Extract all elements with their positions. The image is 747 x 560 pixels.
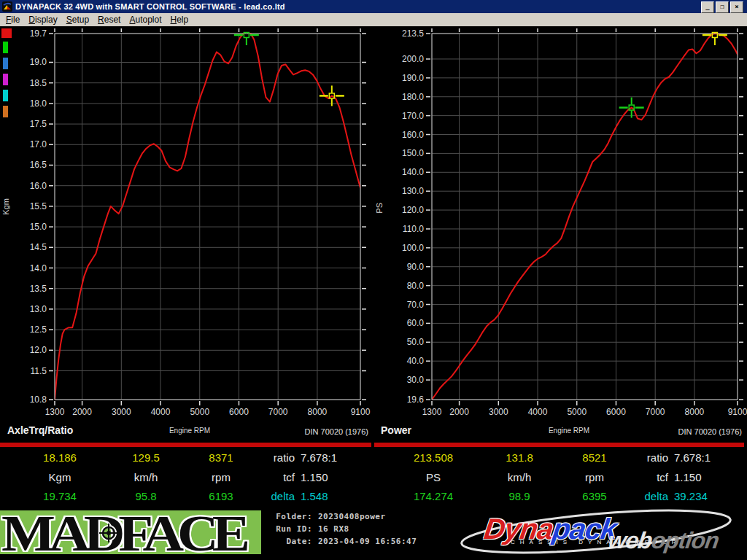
power-standard-note: DIN 70020 (1976) <box>651 427 742 436</box>
y-tick-label: 15.0 <box>30 222 47 232</box>
y-tick-label: 150.0 <box>402 148 424 158</box>
power-chart-title: Power <box>381 424 411 436</box>
separator-bar-right <box>374 443 744 447</box>
x-tick-label: 8000 <box>308 407 328 417</box>
y-tick-label: 40.0 <box>407 356 425 366</box>
y-tick-label: 200.0 <box>402 54 424 64</box>
readout-value: km/h <box>483 471 556 483</box>
torque-chart-title: AxleTrq/Ratio <box>7 424 73 436</box>
run-id-label: Run ID: <box>264 524 312 534</box>
y-tick-label: 80.0 <box>407 281 425 291</box>
restore-button[interactable]: ❐ <box>716 1 729 13</box>
readout-extra-label: tcf <box>629 471 668 483</box>
torque-y-axis-label: Kgm <box>1 198 10 215</box>
dynapack-logo: CHASSIS DYNAMOMETER Dynapack weboption <box>454 508 746 558</box>
separator-bar-left <box>0 443 371 447</box>
x-tick-label: 7000 <box>646 407 665 417</box>
readout-value: 8521 <box>562 451 627 464</box>
readout-row: 18.186129.58371ratio7.678:1 <box>0 451 374 466</box>
y-tick-label: 19.0 <box>30 57 47 67</box>
app-icon <box>2 1 12 12</box>
y-tick-label: 17.5 <box>30 119 47 129</box>
menu-item-setup[interactable]: Setup <box>62 14 93 26</box>
window-title: DYNAPACK 32 4WD with SMART CONTROL SOFTW… <box>15 2 285 11</box>
readout-row: PSkm/hrpmtcf1.150 <box>374 471 747 486</box>
readout-value: Kgm <box>9 471 111 483</box>
power-y-axis-label: PS <box>375 203 384 214</box>
title-bar: DYNAPACK 32 4WD with SMART CONTROL SOFTW… <box>0 0 747 13</box>
dynapack-text-dyna: Dyna <box>482 513 555 545</box>
x-tick-label: 7000 <box>268 407 288 417</box>
x-tick-label: 8000 <box>685 407 705 417</box>
menu-item-autoplot[interactable]: Autoplot <box>125 14 166 26</box>
y-tick-label: 18.5 <box>30 78 47 88</box>
y-tick-label: 12.0 <box>30 345 47 355</box>
y-tick-label: 120.0 <box>402 205 424 215</box>
window-controls: _ ❐ × <box>701 1 743 13</box>
torque-x-axis-label: Engine RPM <box>131 427 248 435</box>
app-window: DYNAPACK 32 4WD with SMART CONTROL SOFTW… <box>0 0 747 560</box>
plot-border <box>432 34 738 400</box>
y-tick-label: 17.0 <box>30 139 47 149</box>
menu-bar: FileDisplaySetupResetAutoplotHelp <box>0 13 747 26</box>
readout-value: 98.9 <box>483 490 556 502</box>
readout-value: km/h <box>109 471 182 483</box>
readout-value: 6193 <box>188 490 254 502</box>
madface-logo-text: MADFACE <box>1 510 244 554</box>
x-tick-label: 6000 <box>229 407 249 417</box>
plot-border <box>55 34 360 400</box>
readout-row: 213.508131.88521ratio7.678:1 <box>374 451 747 466</box>
y-tick-label: 15.5 <box>30 201 47 211</box>
x-tick-label: 4000 <box>528 407 548 417</box>
run-info-block: Folder:20230408power Run ID:16 RX8 Date:… <box>264 512 451 549</box>
readout-value: PS <box>382 471 484 483</box>
date-value: 2023-04-09 16:56:47 <box>318 537 417 546</box>
run-id-value: 16 RX8 <box>318 524 349 534</box>
y-tick-label: 11.5 <box>31 366 47 376</box>
folder-value: 20230408power <box>318 512 386 521</box>
madface-logo: MADFACE <box>0 510 261 554</box>
watermark-web: web <box>607 527 654 553</box>
readout-extra-label: tcf <box>255 471 295 483</box>
readout-extra-value: 7.678:1 <box>301 451 371 464</box>
y-tick-label: 18.0 <box>30 98 47 109</box>
menu-item-help[interactable]: Help <box>166 14 193 26</box>
torque-readout-panel: 18.186129.58371ratio7.678:1Kgmkm/hrpmtcf… <box>0 448 374 507</box>
power-chart-plot[interactable]: 213.5200.0190.0180.0170.0160.0150.0140.0… <box>374 26 747 443</box>
x-tick-label: 5000 <box>567 407 587 417</box>
readout-extra-label: ratio <box>629 451 668 464</box>
torque-chart-plot[interactable]: 19.719.018.518.017.517.016.516.015.515.0… <box>0 26 374 443</box>
menu-item-file[interactable]: File <box>1 14 24 26</box>
dynapack-logo-text: Dynapack <box>482 513 619 545</box>
watermark-option: option <box>650 527 721 553</box>
menu-item-reset[interactable]: Reset <box>93 14 125 26</box>
y-tick-label: 14.0 <box>30 263 47 273</box>
x-tick-label: 2000 <box>449 407 469 417</box>
power-curve <box>432 34 738 400</box>
close-button[interactable]: × <box>730 1 743 13</box>
torque-standard-note: DIN 70020 (1976) <box>277 427 368 436</box>
readout-value: 213.508 <box>382 451 484 464</box>
x-tick-label: 6000 <box>606 407 626 417</box>
readout-value: 131.8 <box>483 451 556 464</box>
y-tick-label: 90.0 <box>407 262 425 272</box>
y-tick-label: 30.0 <box>407 375 425 385</box>
crosshair-icon <box>99 524 118 542</box>
y-tick-label: 16.0 <box>30 181 47 191</box>
readout-extra-value: 39.234 <box>674 490 744 502</box>
x-tick-label: 3000 <box>489 407 508 417</box>
y-tick-label: 213.5 <box>402 28 424 39</box>
readout-extra-label: delta <box>255 490 295 502</box>
readout-extra-label: delta <box>629 490 668 502</box>
minimize-button[interactable]: _ <box>701 1 714 13</box>
menu-item-display[interactable]: Display <box>24 14 61 26</box>
y-tick-label: 12.5 <box>30 324 47 335</box>
y-tick-label: 170.0 <box>402 111 424 121</box>
y-tick-label: 70.0 <box>407 300 425 310</box>
y-tick-label: 14.5 <box>30 242 47 252</box>
folder-label: Folder: <box>264 512 312 521</box>
x-tick-label: 9100 <box>351 407 371 417</box>
y-tick-label: 13.5 <box>30 284 47 294</box>
readout-value: 19.734 <box>9 490 111 502</box>
weboption-watermark: weboption <box>606 527 720 554</box>
